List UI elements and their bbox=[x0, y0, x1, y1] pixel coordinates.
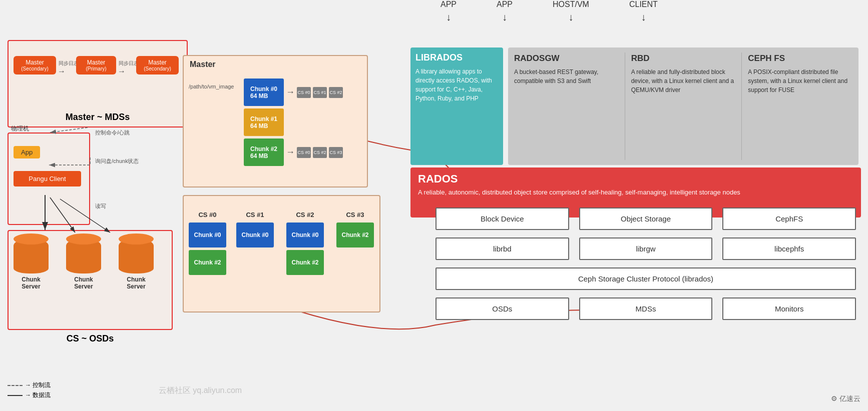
client-boxes: APP ↓ APP ↓ HOST/VM ↓ CLIENT ↓ bbox=[441, 0, 658, 23]
block-device-box: Block Device bbox=[436, 208, 569, 230]
cephfs-col: CEPH FS A POSIX-compliant distributed fi… bbox=[742, 48, 858, 165]
watermark: 云栖社区 yq.aliyun.com bbox=[159, 386, 242, 396]
client-hostvm: HOST/VM ↓ bbox=[553, 0, 589, 23]
libcephfs-box: libcephfs bbox=[722, 238, 856, 260]
cephfs-desc: A POSIX-compliant distributed file syste… bbox=[748, 68, 852, 94]
grid-row-3: Ceph Storage Cluster Protocol (librados) bbox=[436, 268, 856, 290]
logo: ⚙ 亿速云 bbox=[831, 394, 860, 404]
radosgw-col: RADOSGW A bucket-based REST gateway, com… bbox=[508, 48, 625, 165]
client-app-2: APP ↓ bbox=[497, 0, 513, 23]
chunk-server-3: ChunkServer bbox=[119, 238, 154, 290]
grid-row-4: OSDs MDSs Monitors bbox=[436, 298, 856, 320]
readwrite-label: 读写 bbox=[95, 202, 106, 210]
sync-arrow-2: 同步日志 bbox=[119, 60, 139, 67]
librgw-box: librgw bbox=[579, 238, 713, 260]
cs-col-2: CS #2 Chunk #0 Chunk #2 bbox=[284, 211, 326, 278]
right-panel: APP ↓ APP ↓ HOST/VM ↓ CLIENT ↓ LIBRADOS … bbox=[410, 0, 868, 411]
chunk-servers-box: ChunkServer ChunkServer ChunkServer CS ~… bbox=[8, 230, 173, 330]
gray-services-section: RADOSGW A bucket-based REST gateway, com… bbox=[508, 48, 858, 165]
control-label: 控制命令/心跳 bbox=[95, 129, 130, 136]
cs-col-0-label: CS #0 bbox=[186, 211, 229, 218]
cs-tag-0: CS #0 bbox=[297, 87, 311, 98]
master-detail-box: Master /path/to/vm_image Chunk #064 MB →… bbox=[183, 55, 368, 188]
sync-arrow-1: 同步日志 bbox=[59, 60, 79, 67]
rados-desc: A reliable, autonomic, distributed objec… bbox=[418, 188, 853, 197]
legend-dashed-line bbox=[8, 385, 23, 386]
grid-row-1: Block Device Object Storage CephFS bbox=[436, 208, 856, 230]
phys-machine-box: 物理机 App Pangu Client bbox=[8, 132, 90, 225]
cylinder-1 bbox=[14, 238, 49, 274]
master-detail-title: Master bbox=[184, 56, 367, 73]
path-label: /path/to/vm_image bbox=[189, 84, 234, 90]
cs-col-1: CS #1 Chunk #0 bbox=[234, 211, 276, 250]
chunk-2-block: Chunk #264 MB bbox=[244, 138, 284, 166]
rados-title: RADOS bbox=[418, 172, 853, 186]
cs-tag-4: CS #2 bbox=[313, 147, 327, 158]
radosgw-desc: A bucket-based REST gateway, compatible … bbox=[514, 68, 619, 86]
cs2-chunk0: Chunk #0 bbox=[286, 222, 324, 248]
cs3-chunk2: Chunk #2 bbox=[336, 222, 374, 248]
legend-dashed-label: → 控制流 bbox=[25, 381, 51, 390]
cs-tag-5: CS #3 bbox=[329, 147, 343, 158]
cs0-chunk2: Chunk #2 bbox=[189, 250, 226, 275]
master-mds-label: Master ~ MDSs bbox=[66, 112, 130, 122]
cs-col-3: CS #3 Chunk #2 bbox=[334, 211, 376, 250]
cs0-chunk0: Chunk #0 bbox=[189, 222, 226, 248]
cs-detail-box: CS #0 Chunk #0 Chunk #2 CS #1 Chunk #0 C… bbox=[183, 195, 380, 312]
master-secondary-right: Master (Secondary) bbox=[136, 56, 179, 74]
cylinder-3 bbox=[119, 238, 154, 274]
object-storage-box: Object Storage bbox=[579, 208, 713, 230]
pangu-client-box: Pangu Client bbox=[14, 171, 81, 186]
cs-tag-2: CS #2 bbox=[329, 87, 343, 98]
master-secondary-left: Master (Secondary) bbox=[14, 56, 56, 74]
phys-label: 物理机 bbox=[11, 124, 29, 133]
mdss-box: MDSs bbox=[579, 298, 713, 320]
query-label: 询问盘/chunk状态 bbox=[95, 158, 139, 165]
cs1-chunk0: Chunk #0 bbox=[236, 222, 274, 248]
librados-desc: A library allowing apps to directly acce… bbox=[415, 67, 498, 103]
top-section: LIBRADOS A library allowing apps to dire… bbox=[410, 28, 861, 182]
legend-solid-line bbox=[8, 395, 23, 396]
librados-box: LIBRADOS A library allowing apps to dire… bbox=[410, 48, 503, 165]
librbd-box: librbd bbox=[436, 238, 569, 260]
master-primary: Master (Primary) bbox=[76, 56, 116, 74]
chunk-0-block: Chunk #064 MB bbox=[244, 78, 284, 106]
cephfs-box: CephFS bbox=[722, 208, 856, 230]
client-client: CLIENT ↓ bbox=[629, 0, 658, 23]
monitors-box: Monitors bbox=[722, 298, 856, 320]
ceph-protocol-box: Ceph Storage Cluster Protocol (librados) bbox=[436, 268, 856, 290]
legend-solid-label: → 数据流 bbox=[25, 391, 51, 400]
cephfs-title: CEPH FS bbox=[748, 54, 852, 64]
cs2-chunk2: Chunk #2 bbox=[286, 250, 324, 275]
legend: → 控制流 → 数据流 bbox=[8, 381, 51, 401]
cs-tag-1: CS #1 bbox=[313, 87, 327, 98]
chunk-server-1: ChunkServer bbox=[14, 238, 49, 290]
cs-osds-label: CS ~ OSDs bbox=[67, 334, 114, 344]
rbd-desc: A reliable and fully-distributed block d… bbox=[631, 68, 736, 94]
client-app-1: APP ↓ bbox=[441, 0, 457, 23]
rbd-title: RBD bbox=[631, 54, 736, 64]
left-panel: Master (Secondary) 同步日志 → Master (Primar… bbox=[0, 0, 390, 411]
radosgw-title: RADOSGW bbox=[514, 54, 619, 64]
cs-col-2-label: CS #2 bbox=[284, 211, 326, 218]
cs-col-3-label: CS #3 bbox=[334, 211, 376, 218]
osds-box: OSDs bbox=[436, 298, 569, 320]
cs-col-0: CS #0 Chunk #0 Chunk #2 bbox=[186, 211, 229, 278]
chunk-server-2: ChunkServer bbox=[66, 238, 101, 290]
bottom-grid: Block Device Object Storage CephFS librb… bbox=[436, 208, 856, 328]
rbd-col: RBD A reliable and fully-distributed blo… bbox=[625, 48, 742, 165]
chunk-1-block: Chunk #164 MB bbox=[244, 108, 284, 136]
master-mds-box: Master (Secondary) 同步日志 → Master (Primar… bbox=[8, 40, 188, 128]
grid-row-2: librbd librgw libcephfs bbox=[436, 238, 856, 260]
app-box: App bbox=[14, 146, 40, 158]
cs-col-1-label: CS #1 bbox=[234, 211, 276, 218]
librados-title: LIBRADOS bbox=[415, 52, 498, 63]
cs-tag-3: CS #0 bbox=[297, 147, 311, 158]
cylinder-2 bbox=[66, 238, 101, 274]
